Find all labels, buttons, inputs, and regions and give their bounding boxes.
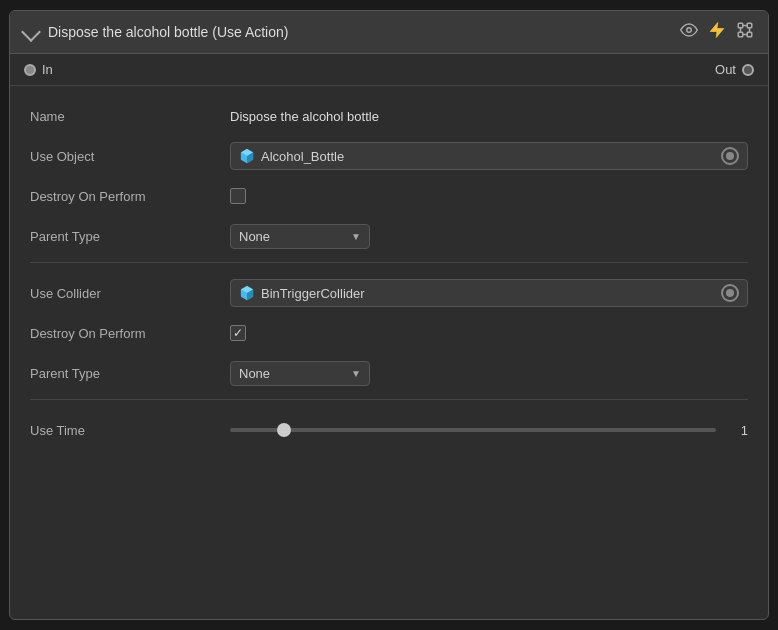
- connect-icon[interactable]: [736, 21, 754, 43]
- out-label: Out: [715, 62, 736, 77]
- svg-rect-3: [747, 23, 752, 28]
- svg-marker-1: [710, 23, 724, 38]
- cube-icon: [239, 148, 255, 164]
- use-time-slider-container: 1: [230, 423, 748, 438]
- use-collider-label: Use Collider: [30, 286, 230, 301]
- use-object-picker[interactable]: Alcohol_Bottle: [230, 142, 748, 170]
- collider-cube-icon: [239, 285, 255, 301]
- dropdown-arrow-2: ▼: [351, 368, 361, 379]
- destroy-checkbox-2[interactable]: [230, 325, 246, 341]
- name-label: Name: [30, 109, 230, 124]
- name-row: Name Dispose the alcohol bottle: [30, 102, 748, 130]
- destroy-row-2: Destroy On Perform: [30, 319, 748, 347]
- use-time-slider[interactable]: [230, 428, 716, 432]
- panel-header: Dispose the alcohol bottle (Use Action): [10, 11, 768, 54]
- use-object-name: Alcohol_Bottle: [261, 149, 344, 164]
- in-connector[interactable]: In: [24, 62, 53, 77]
- destroy-row-1: Destroy On Perform: [30, 182, 748, 210]
- destroy-checkbox-1[interactable]: [230, 188, 246, 204]
- parent-type-label-2: Parent Type: [30, 366, 230, 381]
- destroy-label-2: Destroy On Perform: [30, 326, 230, 341]
- parent-type-dropdown-2[interactable]: None ▼: [230, 361, 370, 386]
- divider-1: [30, 262, 748, 263]
- svg-rect-4: [738, 32, 743, 37]
- eye-icon[interactable]: [680, 21, 698, 43]
- divider-2: [30, 399, 748, 400]
- parent-type-label-1: Parent Type: [30, 229, 230, 244]
- in-label: In: [42, 62, 53, 77]
- use-object-row: Use Object Alcohol_Bottle: [30, 142, 748, 170]
- collider-picker-inner: BinTriggerCollider: [239, 285, 365, 301]
- name-value: Dispose the alcohol bottle: [230, 109, 748, 124]
- collapse-icon[interactable]: [21, 22, 41, 42]
- destroy-label-1: Destroy On Perform: [30, 189, 230, 204]
- use-object-label: Use Object: [30, 149, 230, 164]
- use-action-panel: Dispose the alcohol bottle (Use Action): [9, 10, 769, 620]
- picker-inner: Alcohol_Bottle: [239, 148, 344, 164]
- svg-rect-5: [747, 32, 752, 37]
- collider-target-circle[interactable]: [721, 284, 739, 302]
- out-dot: [742, 64, 754, 76]
- use-collider-row: Use Collider BinTriggerCollider: [30, 279, 748, 307]
- header-left: Dispose the alcohol bottle (Use Action): [24, 24, 288, 40]
- use-time-row: Use Time 1: [30, 416, 748, 444]
- io-row: In Out: [10, 54, 768, 86]
- panel-title: Dispose the alcohol bottle (Use Action): [48, 24, 288, 40]
- parent-type-value-1: None: [239, 229, 270, 244]
- picker-target-circle[interactable]: [721, 147, 739, 165]
- header-icons: [680, 21, 754, 43]
- use-time-label: Use Time: [30, 423, 230, 438]
- picker-dot: [726, 152, 734, 160]
- out-connector[interactable]: Out: [715, 62, 754, 77]
- svg-rect-2: [738, 23, 743, 28]
- use-collider-name: BinTriggerCollider: [261, 286, 365, 301]
- collider-picker-dot: [726, 289, 734, 297]
- parent-type-dropdown-1[interactable]: None ▼: [230, 224, 370, 249]
- lightning-icon[interactable]: [708, 21, 726, 43]
- use-collider-picker[interactable]: BinTriggerCollider: [230, 279, 748, 307]
- dropdown-arrow-1: ▼: [351, 231, 361, 242]
- parent-type-row-1: Parent Type None ▼: [30, 222, 748, 250]
- use-time-value: 1: [728, 423, 748, 438]
- svg-point-0: [687, 28, 692, 33]
- parent-type-row-2: Parent Type None ▼: [30, 359, 748, 387]
- parent-type-value-2: None: [239, 366, 270, 381]
- panel-content: Name Dispose the alcohol bottle Use Obje…: [10, 86, 768, 472]
- in-dot: [24, 64, 36, 76]
